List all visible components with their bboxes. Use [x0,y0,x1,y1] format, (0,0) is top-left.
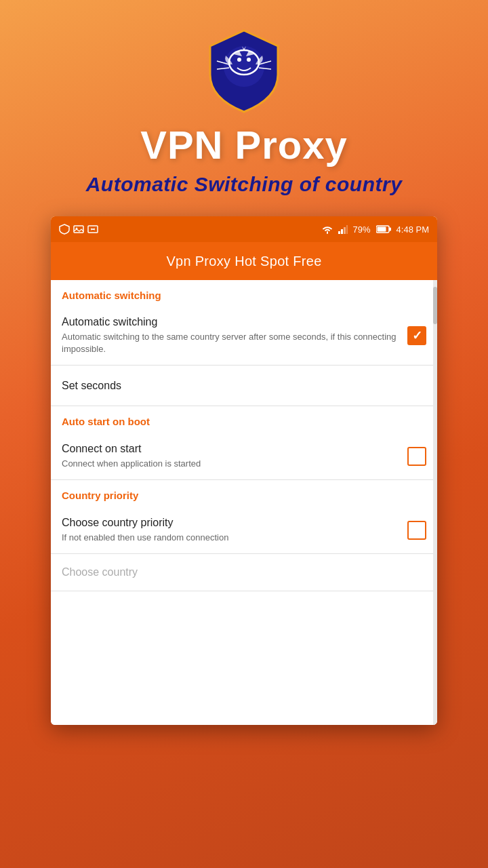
auto-switch-title: Automatic switching [62,316,396,328]
svg-rect-14 [341,229,343,234]
country-priority-checkbox[interactable] [407,521,426,540]
svg-rect-8 [74,226,83,233]
auto-switch-desc: Automatic switching to the same country … [62,331,396,355]
top-area: VPN Proxy Automatic Switching of country [0,0,488,216]
signal-icon [338,224,348,234]
list-item[interactable]: Set seconds [51,366,437,406]
list-item[interactable]: Automatic switching Automatic switching … [51,307,437,366]
image-status-icon [73,224,84,235]
connect-on-start-title: Connect on start [62,443,396,455]
svg-rect-19 [377,227,386,232]
scrollbar-track [433,280,437,725]
svg-rect-15 [344,227,346,234]
settings-item-text: Automatic switching Automatic switching … [62,316,407,355]
app-title: VPN Proxy [140,122,348,167]
phone-screen: 79% 4:48 PM Vpn Proxy Hot Spot Free Auto… [51,216,437,725]
status-bar: 79% 4:48 PM [51,216,437,242]
list-item[interactable]: Connect on start Connect when applicatio… [51,433,437,480]
set-seconds-title: Set seconds [62,380,121,392]
connect-on-start-desc: Connect when application is started [62,458,396,470]
country-priority-desc: If not enabled then use random connectio… [62,532,396,544]
choose-country-placeholder: Choose country [62,566,138,578]
svg-rect-16 [346,225,348,234]
settings-content[interactable]: Automatic switching Automatic switching … [51,280,437,725]
section-header-country-priority: Country priority [51,480,437,507]
svg-rect-13 [338,231,340,234]
svg-point-3 [247,58,251,62]
app-subtitle: Automatic Switching of country [86,173,403,196]
settings-item-text: Connect on start Connect when applicatio… [62,443,407,470]
shield-status-icon [59,224,70,235]
section-header-auto-switching: Automatic switching [51,280,437,307]
status-bar-right: 79% 4:48 PM [322,224,429,235]
svg-rect-18 [389,228,391,231]
wifi-icon [322,224,333,234]
auto-switch-checkbox[interactable] [407,326,426,345]
status-bar-icons [59,224,98,235]
scrollbar-thumb[interactable] [433,287,437,324]
battery-percent: 79% [353,224,371,235]
settings-item-text: Choose country priority If not enabled t… [62,517,407,544]
toolbar-title: Vpn Proxy Hot Spot Free [166,254,321,269]
choose-country-input[interactable]: Choose country [51,554,437,591]
status-time: 4:48 PM [396,224,429,235]
connect-on-start-checkbox[interactable] [407,447,426,466]
country-priority-title: Choose country priority [62,517,396,529]
toolbar: Vpn Proxy Hot Spot Free [51,242,437,280]
battery-icon [376,225,391,233]
section-header-auto-boot: Auto start on boot [51,406,437,433]
close-status-icon [87,224,98,235]
list-item[interactable]: Choose country priority If not enabled t… [51,507,437,554]
svg-point-2 [237,58,241,62]
app-logo [207,27,281,115]
